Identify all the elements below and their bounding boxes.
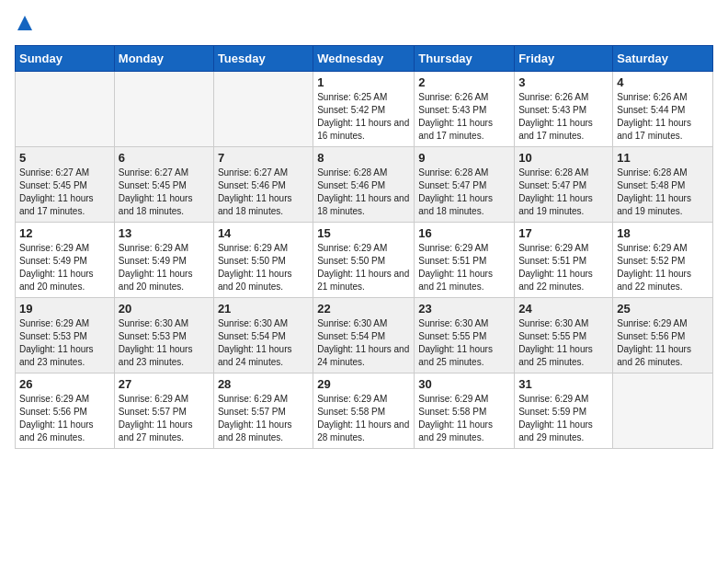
day-info: Sunrise: 6:27 AM Sunset: 5:45 PM Dayligh… [19, 167, 110, 218]
calendar-cell: 5Sunrise: 6:27 AM Sunset: 5:45 PM Daylig… [16, 147, 115, 223]
day-info: Sunrise: 6:30 AM Sunset: 5:55 PM Dayligh… [518, 317, 609, 369]
day-info: Sunrise: 6:30 AM Sunset: 5:55 PM Dayligh… [418, 317, 510, 369]
calendar-cell [114, 72, 213, 147]
day-number: 3 [518, 75, 609, 89]
weekday-header-wednesday: Wednesday [313, 46, 415, 72]
calendar-cell: 9Sunrise: 6:28 AM Sunset: 5:47 PM Daylig… [415, 147, 515, 223]
day-number: 18 [617, 226, 709, 240]
day-info: Sunrise: 6:29 AM Sunset: 5:56 PM Dayligh… [617, 317, 709, 369]
calendar-cell: 22Sunrise: 6:30 AM Sunset: 5:54 PM Dayli… [313, 298, 415, 373]
calendar-table: SundayMondayTuesdayWednesdayThursdayFrid… [15, 45, 713, 449]
calendar-cell: 15Sunrise: 6:29 AM Sunset: 5:50 PM Dayli… [313, 223, 415, 298]
weekday-header-monday: Monday [114, 46, 213, 72]
day-number: 12 [19, 226, 110, 240]
calendar-cell: 12Sunrise: 6:29 AM Sunset: 5:49 PM Dayli… [16, 223, 115, 298]
day-number: 15 [317, 226, 410, 240]
day-number: 21 [218, 302, 309, 316]
calendar-cell: 19Sunrise: 6:29 AM Sunset: 5:53 PM Dayli… [16, 298, 115, 373]
calendar-cell: 11Sunrise: 6:28 AM Sunset: 5:48 PM Dayli… [613, 147, 713, 223]
calendar-cell: 29Sunrise: 6:29 AM Sunset: 5:58 PM Dayli… [313, 373, 415, 449]
day-number: 24 [518, 302, 609, 316]
day-number: 20 [119, 302, 210, 316]
day-info: Sunrise: 6:27 AM Sunset: 5:46 PM Dayligh… [218, 167, 309, 218]
day-info: Sunrise: 6:26 AM Sunset: 5:43 PM Dayligh… [518, 91, 609, 143]
calendar-cell: 24Sunrise: 6:30 AM Sunset: 5:55 PM Dayli… [515, 298, 613, 373]
weekday-header-thursday: Thursday [415, 46, 515, 72]
day-info: Sunrise: 6:29 AM Sunset: 5:51 PM Dayligh… [418, 242, 510, 293]
day-number: 13 [119, 226, 210, 240]
calendar-cell: 25Sunrise: 6:29 AM Sunset: 5:56 PM Dayli… [613, 298, 713, 373]
day-info: Sunrise: 6:29 AM Sunset: 5:50 PM Dayligh… [218, 242, 309, 293]
calendar-cell: 10Sunrise: 6:28 AM Sunset: 5:47 PM Dayli… [515, 147, 613, 223]
day-info: Sunrise: 6:28 AM Sunset: 5:48 PM Dayligh… [617, 167, 709, 218]
day-info: Sunrise: 6:29 AM Sunset: 5:57 PM Dayligh… [119, 393, 210, 444]
day-number: 8 [317, 151, 410, 165]
calendar-cell: 4Sunrise: 6:26 AM Sunset: 5:44 PM Daylig… [613, 72, 713, 147]
day-info: Sunrise: 6:28 AM Sunset: 5:47 PM Dayligh… [518, 167, 609, 218]
calendar-cell: 2Sunrise: 6:26 AM Sunset: 5:43 PM Daylig… [415, 72, 515, 147]
weekday-header-row: SundayMondayTuesdayWednesdayThursdayFrid… [16, 46, 713, 72]
day-number: 5 [19, 151, 110, 165]
day-number: 30 [418, 377, 510, 391]
calendar-cell: 30Sunrise: 6:29 AM Sunset: 5:58 PM Dayli… [415, 373, 515, 449]
day-number: 17 [518, 226, 609, 240]
day-info: Sunrise: 6:28 AM Sunset: 5:46 PM Dayligh… [317, 167, 410, 218]
calendar-cell [613, 373, 713, 449]
day-info: Sunrise: 6:29 AM Sunset: 5:58 PM Dayligh… [418, 393, 510, 444]
calendar-cell: 26Sunrise: 6:29 AM Sunset: 5:56 PM Dayli… [16, 373, 115, 449]
day-number: 26 [19, 377, 110, 391]
day-number: 6 [119, 151, 210, 165]
calendar-cell [16, 72, 115, 147]
day-number: 22 [317, 302, 410, 316]
calendar-cell: 8Sunrise: 6:28 AM Sunset: 5:46 PM Daylig… [313, 147, 415, 223]
calendar-week-row: 26Sunrise: 6:29 AM Sunset: 5:56 PM Dayli… [16, 373, 713, 449]
day-info: Sunrise: 6:30 AM Sunset: 5:54 PM Dayligh… [218, 317, 309, 369]
logo-sail-icon [17, 15, 33, 31]
day-number: 27 [119, 377, 210, 391]
svg-marker-0 [17, 16, 32, 30]
day-info: Sunrise: 6:29 AM Sunset: 5:49 PM Dayligh… [19, 242, 110, 293]
calendar-week-row: 5Sunrise: 6:27 AM Sunset: 5:45 PM Daylig… [16, 147, 713, 223]
weekday-header-sunday: Sunday [16, 46, 115, 72]
calendar-cell [213, 72, 313, 147]
day-info: Sunrise: 6:26 AM Sunset: 5:43 PM Dayligh… [418, 91, 510, 143]
calendar-cell: 14Sunrise: 6:29 AM Sunset: 5:50 PM Dayli… [213, 223, 313, 298]
day-number: 2 [418, 75, 510, 89]
calendar-week-row: 12Sunrise: 6:29 AM Sunset: 5:49 PM Dayli… [16, 223, 713, 298]
calendar-week-row: 1Sunrise: 6:25 AM Sunset: 5:42 PM Daylig… [16, 72, 713, 147]
weekday-header-tuesday: Tuesday [213, 46, 313, 72]
day-number: 19 [19, 302, 110, 316]
calendar-cell: 17Sunrise: 6:29 AM Sunset: 5:51 PM Dayli… [515, 223, 613, 298]
day-info: Sunrise: 6:26 AM Sunset: 5:44 PM Dayligh… [617, 91, 709, 143]
calendar-cell: 21Sunrise: 6:30 AM Sunset: 5:54 PM Dayli… [213, 298, 313, 373]
weekday-header-saturday: Saturday [613, 46, 713, 72]
day-number: 28 [218, 377, 309, 391]
day-info: Sunrise: 6:29 AM Sunset: 5:50 PM Dayligh… [317, 242, 410, 293]
calendar-cell: 18Sunrise: 6:29 AM Sunset: 5:52 PM Dayli… [613, 223, 713, 298]
day-info: Sunrise: 6:29 AM Sunset: 5:53 PM Dayligh… [19, 317, 110, 369]
calendar-cell: 28Sunrise: 6:29 AM Sunset: 5:57 PM Dayli… [213, 373, 313, 449]
calendar-cell: 23Sunrise: 6:30 AM Sunset: 5:55 PM Dayli… [415, 298, 515, 373]
day-number: 7 [218, 151, 309, 165]
day-number: 14 [218, 226, 309, 240]
day-info: Sunrise: 6:25 AM Sunset: 5:42 PM Dayligh… [317, 91, 410, 143]
calendar-cell: 13Sunrise: 6:29 AM Sunset: 5:49 PM Dayli… [114, 223, 213, 298]
day-number: 9 [418, 151, 510, 165]
calendar-cell: 1Sunrise: 6:25 AM Sunset: 5:42 PM Daylig… [313, 72, 415, 147]
weekday-header-friday: Friday [515, 46, 613, 72]
day-info: Sunrise: 6:29 AM Sunset: 5:58 PM Dayligh… [317, 393, 410, 444]
calendar-cell: 3Sunrise: 6:26 AM Sunset: 5:43 PM Daylig… [515, 72, 613, 147]
calendar-cell: 27Sunrise: 6:29 AM Sunset: 5:57 PM Dayli… [114, 373, 213, 449]
day-info: Sunrise: 6:29 AM Sunset: 5:49 PM Dayligh… [119, 242, 210, 293]
day-number: 1 [317, 75, 410, 89]
calendar-week-row: 19Sunrise: 6:29 AM Sunset: 5:53 PM Dayli… [16, 298, 713, 373]
day-number: 25 [617, 302, 709, 316]
day-info: Sunrise: 6:29 AM Sunset: 5:59 PM Dayligh… [518, 393, 609, 444]
day-info: Sunrise: 6:30 AM Sunset: 5:53 PM Dayligh… [119, 317, 210, 369]
calendar-cell: 20Sunrise: 6:30 AM Sunset: 5:53 PM Dayli… [114, 298, 213, 373]
calendar-cell: 6Sunrise: 6:27 AM Sunset: 5:45 PM Daylig… [114, 147, 213, 223]
page-header [15, 15, 713, 36]
day-number: 31 [518, 377, 609, 391]
day-info: Sunrise: 6:29 AM Sunset: 5:57 PM Dayligh… [218, 393, 309, 444]
day-info: Sunrise: 6:29 AM Sunset: 5:51 PM Dayligh… [518, 242, 609, 293]
